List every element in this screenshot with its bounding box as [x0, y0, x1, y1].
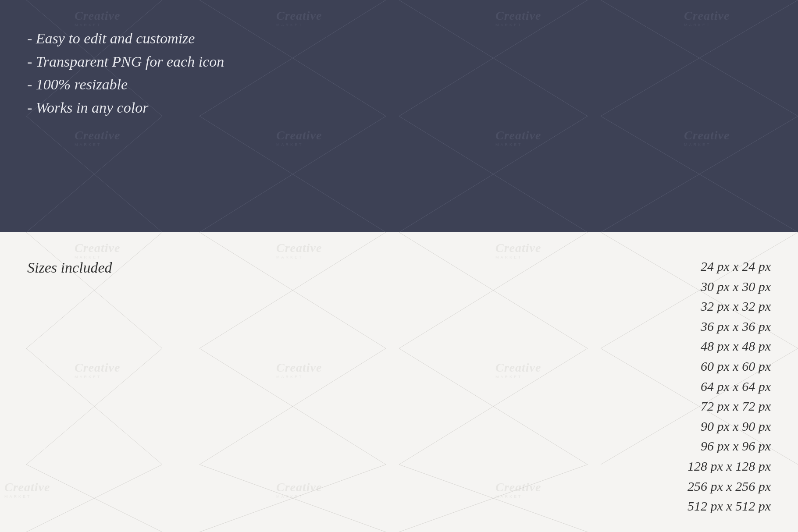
size-item-2: 32 px x 32 px — [688, 296, 771, 316]
feature-item-4: - Works in any color — [27, 96, 224, 120]
svg-line-37 — [399, 465, 588, 532]
wm-light-r1c2: Creative MARKET — [495, 362, 541, 379]
size-item-4: 48 px x 48 px — [688, 336, 771, 356]
wm-light-r2c0: Creative MARKET — [4, 481, 50, 499]
size-item-9: 96 px x 96 px — [688, 436, 771, 456]
svg-line-28 — [399, 348, 588, 465]
svg-line-20 — [399, 232, 588, 348]
watermark-bot-2: Creative MARKET — [495, 129, 541, 147]
wm-light-r0c2: Creative MARKET — [495, 242, 541, 259]
wm-light-r2c2: Creative MARKET — [495, 481, 541, 499]
size-item-7: 72 px x 72 px — [688, 396, 771, 416]
size-item-5: 60 px x 60 px — [688, 356, 771, 376]
size-item-3: 36 px x 36 px — [688, 316, 771, 337]
watermark-x-pattern-bottom — [0, 232, 798, 532]
watermark-bot-1: Creative MARKET — [276, 129, 322, 147]
svg-line-21 — [399, 232, 588, 348]
feature-item-2: - Transparent PNG for each icon — [27, 50, 224, 74]
svg-line-4 — [399, 0, 588, 116]
watermark-top-0: Creative MARKET — [75, 10, 120, 27]
watermark-top-2: Creative MARKET — [495, 10, 541, 27]
size-item-11: 256 px x 256 px — [688, 476, 771, 497]
top-section: Creative MARKET Creative MARKET Creative… — [0, 0, 798, 232]
svg-line-5 — [399, 0, 588, 116]
watermark-bot-0: Creative MARKET — [75, 129, 120, 147]
size-item-1: 30 px x 30 px — [688, 277, 771, 297]
feature-item-3: - 100% resizable — [27, 73, 224, 96]
wm-light-r2c1: Creative MARKET — [276, 481, 322, 499]
size-item-8: 90 px x 90 px — [688, 416, 771, 436]
feature-item-1: - Easy to edit and customize — [27, 27, 224, 50]
watermark-top-3: Creative MARKET — [684, 10, 730, 27]
wm-light-r1c1: Creative MARKET — [276, 362, 322, 379]
sizes-label: Sizes included — [27, 259, 112, 276]
svg-line-13 — [399, 116, 588, 232]
svg-line-29 — [399, 348, 588, 465]
watermark-bot-3: Creative MARKET — [684, 129, 730, 147]
size-item-10: 128 px x 128 px — [688, 456, 771, 476]
size-item-0: 24 px x 24 px — [688, 256, 771, 277]
size-item-6: 64 px x 64 px — [688, 376, 771, 397]
bottom-section: Creative MARKET Creative MARKET Creative… — [0, 232, 798, 532]
watermark-top-1: Creative MARKET — [276, 10, 322, 27]
sizes-list: 24 px x 24 px 30 px x 30 px 32 px x 32 p… — [688, 256, 771, 516]
wm-light-r0c0: Creative MARKET — [75, 242, 120, 259]
size-item-12: 512 px x 512 px — [688, 496, 771, 516]
svg-line-12 — [399, 116, 588, 232]
svg-line-36 — [399, 465, 588, 532]
feature-list: - Easy to edit and customize - Transpare… — [27, 27, 224, 120]
wm-light-r1c0: Creative MARKET — [75, 362, 120, 379]
wm-light-r0c1: Creative MARKET — [276, 242, 322, 259]
